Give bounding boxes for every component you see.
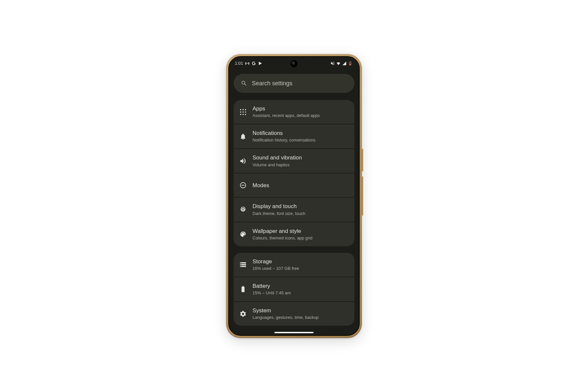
battery-icon (239, 286, 247, 293)
screen: 1:01 Search settings AppsAssistant, rece… (228, 56, 360, 336)
muted-icon (330, 61, 335, 66)
settings-row-notifications[interactable]: NotificationsNotification history, conve… (234, 124, 354, 148)
gear-icon (239, 310, 247, 318)
settings-row-system[interactable]: SystemLanguages, gestures, time, backup (234, 302, 354, 326)
apps-icon (239, 108, 247, 116)
row-title: Battery (253, 283, 291, 289)
dnd-icon (239, 182, 247, 189)
row-title: System (253, 307, 318, 314)
settings-row-sound[interactable]: Sound and vibrationVolume and haptics (234, 149, 354, 173)
row-title: Modes (253, 182, 269, 189)
search-placeholder: Search settings (252, 80, 292, 87)
row-subtitle: Languages, gestures, time, backup (253, 315, 318, 320)
brightness-icon (239, 206, 247, 213)
row-subtitle: Dark theme, font size, touch (253, 211, 305, 217)
gesture-bar[interactable] (274, 332, 314, 333)
row-title: Storage (253, 258, 299, 265)
play-icon (258, 61, 263, 66)
bell-icon (239, 133, 247, 140)
row-title: Sound and vibration (253, 154, 302, 161)
row-subtitle: Colours, themed icons, app grid (253, 236, 313, 241)
volume-icon (239, 157, 247, 165)
settings-row-battery[interactable]: Battery15% – Until 7:45 am (234, 277, 354, 301)
search-settings[interactable]: Search settings (234, 74, 354, 93)
row-title: Notifications (253, 130, 316, 137)
settings-group: Storage16% used – 107 GB freeBattery15% … (234, 253, 354, 326)
settings-row-wallpaper[interactable]: Wallpaper and styleColours, themed icons… (234, 222, 354, 246)
row-subtitle: 15% – Until 7:45 am (253, 290, 291, 296)
palette-icon (239, 231, 247, 238)
search-icon (241, 80, 247, 87)
row-title: Display and touch (253, 203, 305, 210)
settings-row-storage[interactable]: Storage16% used – 107 GB free (234, 253, 354, 277)
settings-row-apps[interactable]: AppsAssistant, recent apps, default apps (234, 100, 354, 124)
settings-row-modes[interactable]: Modes (234, 173, 354, 197)
row-subtitle: Assistant, recent apps, default apps (253, 113, 320, 119)
front-camera (290, 60, 298, 67)
wifi-icon (336, 61, 341, 66)
settings-row-display[interactable]: Display and touchDark theme, font size, … (234, 198, 354, 221)
battery-low-icon (348, 61, 352, 66)
row-subtitle: 16% used – 107 GB free (253, 266, 299, 271)
storage-icon (239, 261, 247, 268)
settings-group: AppsAssistant, recent apps, default apps… (234, 100, 354, 246)
row-title: Wallpaper and style (253, 228, 313, 235)
google-icon (252, 61, 256, 66)
phone-frame: 1:01 Search settings AppsAssistant, rece… (226, 54, 362, 338)
gmail-icon (245, 61, 250, 66)
settings-list: AppsAssistant, recent apps, default apps… (229, 100, 359, 326)
signal-icon (342, 61, 347, 66)
row-subtitle: Notification history, conversations (253, 138, 316, 143)
status-time: 1:01 (235, 61, 243, 66)
row-subtitle: Volume and haptics (253, 162, 302, 168)
row-title: Apps (253, 105, 320, 112)
